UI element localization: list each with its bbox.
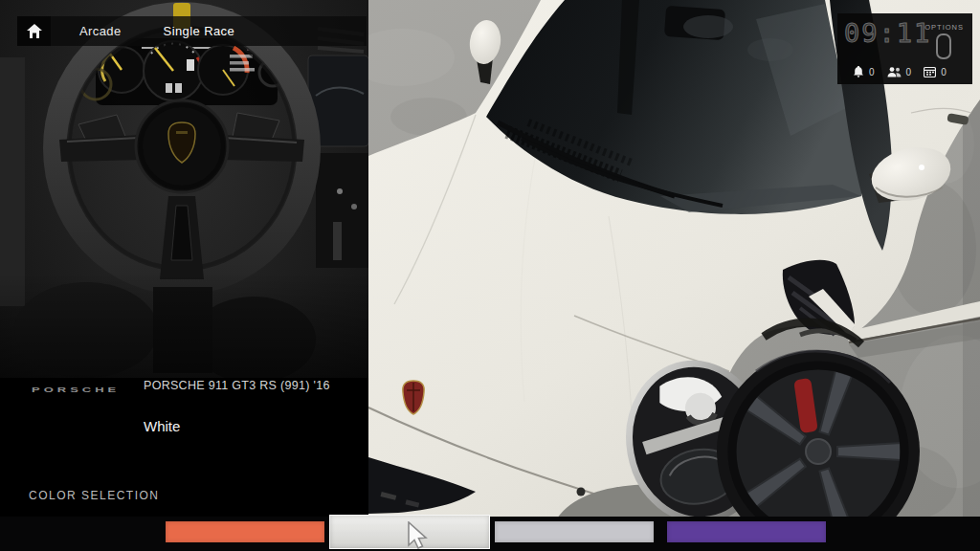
options-label: OPTIONS [924,23,964,32]
home-button[interactable] [17,16,51,46]
porsche-wordmark: PORSCHE [32,386,120,394]
friends-icon [887,67,902,77]
breadcrumb: Arcade Single Race [17,16,367,46]
washer-nozzle [577,488,586,496]
color-swatch-white[interactable] [329,515,490,549]
color-swatch-row [166,515,831,549]
breadcrumb-arcade[interactable]: Arcade [79,24,122,38]
bell-icon [853,66,864,77]
friends-count: 0 [906,67,912,77]
breadcrumb-single-race[interactable]: Single Race [164,24,235,38]
calendar-icon [924,66,936,77]
counter-row: 0 0 0 [853,66,947,77]
selected-color-name: White [144,418,180,434]
color-selection-label: COLOR SELECTION [29,489,160,502]
gt-sport-color-selection-screen: Arcade Single Race 09:11 OPTIONS 0 0 [0,0,980,551]
color-swatch-gray[interactable] [495,521,654,542]
clock: 09:11 [844,18,931,48]
status-panel: 09:11 OPTIONS 0 0 [837,13,972,84]
calendar-counter[interactable]: 0 [924,66,947,77]
color-swatch-purple[interactable] [667,521,826,542]
calendar-count: 0 [941,67,947,77]
car-model-name: PORSCHE 911 GT3 RS (991) '16 [144,379,330,392]
friends-counter[interactable]: 0 [887,67,912,77]
options-button-icon[interactable] [936,33,951,59]
home-icon [27,24,42,38]
notifications-count: 0 [869,67,875,77]
interior-photo [0,0,368,551]
notifications-counter[interactable]: 0 [853,66,875,77]
color-swatch-orange[interactable] [166,521,324,542]
